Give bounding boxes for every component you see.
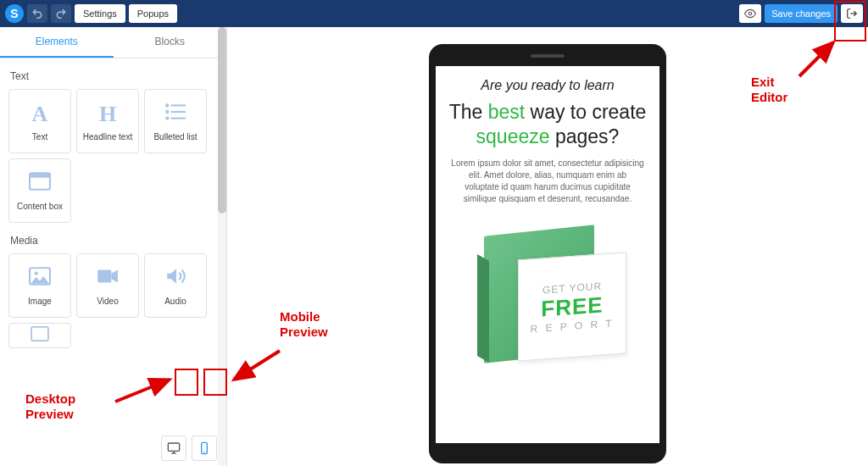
- redo-icon: [55, 8, 67, 19]
- svg-rect-12: [97, 269, 111, 282]
- intro-text: Are you ready to learn: [481, 78, 614, 93]
- svg-point-6: [165, 116, 169, 119]
- audio-icon: [164, 265, 186, 291]
- svg-rect-5: [171, 111, 186, 113]
- topbar: S Settings Popups Save changes: [0, 0, 868, 27]
- headline-part: The: [449, 101, 488, 123]
- image-icon: [31, 326, 49, 346]
- text-icon: A: [32, 102, 48, 127]
- tile-audio[interactable]: Audio: [144, 253, 207, 318]
- content-box-icon: [29, 170, 51, 197]
- tile-partial[interactable]: [8, 323, 71, 348]
- svg-rect-13: [31, 326, 48, 340]
- tab-blocks[interactable]: Blocks: [114, 27, 227, 58]
- image-icon: [29, 265, 51, 291]
- box-front: GET YOUR FREE R E P O R T: [518, 252, 626, 361]
- phone-speaker: [531, 54, 565, 58]
- tile-label: Audio: [164, 297, 186, 306]
- desktop-preview-button[interactable]: [161, 435, 186, 461]
- mobile-preview-button[interactable]: [192, 435, 217, 461]
- preview-button[interactable]: [739, 4, 761, 23]
- sidebar-tabs: Elements Blocks: [0, 27, 226, 58]
- section-title-text: Text: [0, 58, 226, 89]
- product-box-image: GET YOUR FREE R E P O R T: [467, 214, 628, 358]
- scroll-thumb[interactable]: [218, 27, 226, 214]
- headline-icon: H: [99, 102, 116, 127]
- list-icon: [164, 101, 186, 127]
- svg-point-0: [749, 12, 753, 15]
- tile-label: Text: [32, 132, 47, 141]
- section-title-media: Media: [0, 223, 226, 253]
- canvas: Are you ready to learn The best way to c…: [227, 27, 868, 466]
- save-button[interactable]: Save changes: [765, 4, 837, 23]
- headline-part: way to create: [525, 101, 646, 123]
- undo-button[interactable]: [27, 4, 47, 23]
- headline-text: The best way to create squeeze pages?: [449, 100, 647, 149]
- phone-screen: Are you ready to learn The best way to c…: [436, 66, 659, 443]
- svg-rect-9: [30, 173, 50, 177]
- app-logo: S: [5, 4, 24, 23]
- exit-icon: [846, 8, 858, 19]
- tile-label: Video: [97, 297, 118, 306]
- device-switcher: [161, 435, 217, 461]
- settings-button[interactable]: Settings: [75, 4, 125, 23]
- svg-rect-3: [171, 104, 186, 106]
- eye-icon: [744, 8, 756, 19]
- popups-button[interactable]: Popups: [129, 4, 177, 23]
- video-icon: [97, 265, 119, 291]
- svg-point-11: [35, 272, 38, 275]
- headline-highlight: best: [488, 101, 525, 123]
- tile-bulleted-list[interactable]: Bulleted list: [144, 89, 207, 153]
- tile-content-box[interactable]: Content box: [8, 158, 71, 223]
- tile-headline[interactable]: H Headline text: [76, 89, 139, 153]
- svg-rect-14: [168, 443, 179, 451]
- phone-frame: Are you ready to learn The best way to c…: [429, 44, 666, 463]
- mobile-icon: [198, 441, 211, 455]
- svg-point-2: [165, 103, 169, 107]
- desktop-icon: [167, 441, 181, 455]
- tile-text[interactable]: A Text: [8, 89, 71, 153]
- headline-highlight: squeeze: [476, 125, 550, 147]
- tile-label: Image: [28, 297, 52, 306]
- box-text-main: FREE: [541, 291, 603, 321]
- redo-button[interactable]: [51, 4, 71, 23]
- svg-rect-7: [171, 118, 186, 119]
- tile-image[interactable]: Image: [8, 253, 71, 318]
- sidebar-scrollbar[interactable]: [218, 27, 226, 466]
- undo-icon: [31, 8, 43, 19]
- headline-part: pages?: [550, 125, 620, 147]
- body-text: Lorem ipsum dolor sit amet, consectetur …: [448, 158, 648, 205]
- tile-label: Bulleted list: [153, 132, 197, 141]
- exit-editor-button[interactable]: [841, 4, 863, 23]
- tile-label: Content box: [17, 202, 63, 211]
- tile-video[interactable]: Video: [76, 253, 139, 318]
- svg-point-4: [165, 110, 169, 114]
- main-area: Elements Blocks Text A Text H Headline t…: [0, 27, 868, 466]
- elements-sidebar: Elements Blocks Text A Text H Headline t…: [0, 27, 227, 466]
- tile-label: Headline text: [83, 132, 132, 141]
- tab-elements[interactable]: Elements: [0, 27, 114, 58]
